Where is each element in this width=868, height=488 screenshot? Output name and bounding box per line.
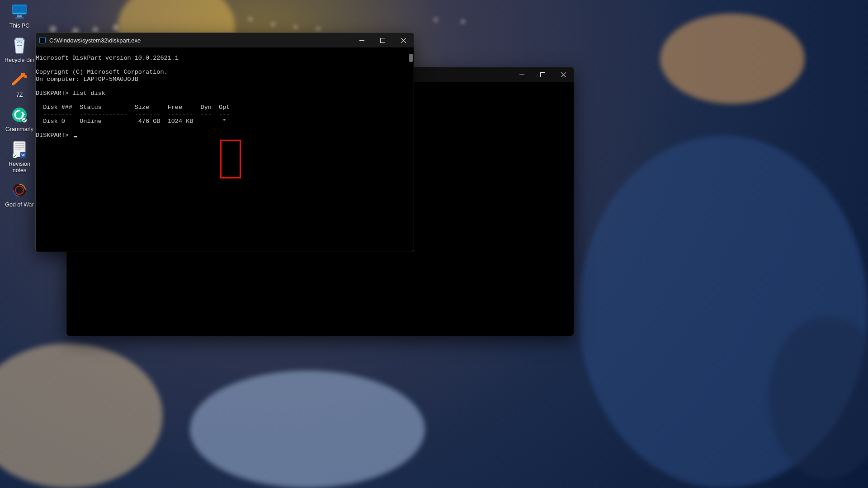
svg-rect-2 xyxy=(17,15,22,17)
grammarly-icon xyxy=(11,106,28,123)
line-computer: On computer: LAPTOP-5MA0JOJB xyxy=(36,76,138,83)
close-button[interactable] xyxy=(553,67,574,82)
desktop-icon-grammarly[interactable]: Grammarly xyxy=(2,106,37,132)
this-pc-icon xyxy=(11,3,28,20)
svg-rect-17 xyxy=(519,75,524,75)
desktop-icon-label: Recycle Bin xyxy=(5,57,34,63)
desktop-icon-this-pc[interactable]: This PC xyxy=(2,3,37,29)
terminal-body[interactable]: Microsoft DiskPart version 10.0.22621.1 … xyxy=(36,47,414,252)
svg-rect-3 xyxy=(15,17,24,19)
desktop-icons: This PC Recycle Bin 7Z Grammarly W Revis… xyxy=(2,3,37,216)
desktop-icon-label: Grammarly xyxy=(5,126,33,132)
minimize-button[interactable] xyxy=(351,33,372,47)
window-title: C:\Windows\system32\diskpart.exe xyxy=(49,37,141,44)
window-controls xyxy=(511,67,574,82)
gpt-column-highlight xyxy=(220,140,241,178)
maximize-button[interactable] xyxy=(372,33,393,47)
game-icon xyxy=(11,182,28,199)
cursor-icon xyxy=(74,136,77,137)
cmd-icon xyxy=(39,37,46,43)
window-controls xyxy=(351,33,414,47)
7z-icon xyxy=(11,72,28,89)
svg-point-15 xyxy=(13,183,26,197)
svg-rect-18 xyxy=(540,72,545,77)
desktop-icon-label: Revision notes xyxy=(2,161,37,174)
terminal-output: Microsoft DiskPart version 10.0.22621.1 … xyxy=(36,55,414,139)
svg-rect-11 xyxy=(15,149,21,150)
maximize-button[interactable] xyxy=(532,67,553,82)
desktop-icon-god-of-war[interactable]: God of War xyxy=(2,182,37,208)
svg-rect-4 xyxy=(15,38,24,40)
line-version: Microsoft DiskPart version 10.0.22621.1 xyxy=(36,55,179,61)
line-prompt: DISKPART> xyxy=(36,132,69,139)
table-header: Disk ### Status Size Free Dyn Gpt xyxy=(36,104,230,111)
minimize-button[interactable] xyxy=(511,67,532,82)
close-button[interactable] xyxy=(393,33,414,47)
svg-rect-10 xyxy=(15,147,24,148)
svg-rect-20 xyxy=(380,38,385,42)
desktop-icon-label: God of War xyxy=(5,202,33,208)
diskpart-window[interactable]: C:\Windows\system32\diskpart.exe Microso… xyxy=(35,33,414,252)
desktop-icon-7z[interactable]: 7Z xyxy=(2,72,37,98)
line-copyright: Copyright (C) Microsoft Corporation. xyxy=(36,69,168,75)
desktop-icon-label: 7Z xyxy=(16,92,23,98)
svg-rect-1 xyxy=(13,5,26,13)
desktop-icon-revision-notes[interactable]: W Revision notes xyxy=(2,141,37,174)
word-doc-icon: W xyxy=(11,141,28,158)
titlebar[interactable]: C:\Windows\system32\diskpart.exe xyxy=(36,33,414,47)
svg-rect-19 xyxy=(359,40,364,41)
line-prompt-listdisk: DISKPART> list disk xyxy=(36,90,105,97)
table-row: Disk 0 Online 476 GB 1024 KB * xyxy=(36,118,226,125)
svg-rect-9 xyxy=(15,145,24,146)
desktop-icon-recycle-bin[interactable]: Recycle Bin xyxy=(2,37,37,63)
svg-rect-8 xyxy=(15,143,24,144)
table-divider: -------- ------------- ------- ------- -… xyxy=(36,111,230,117)
recycle-bin-icon xyxy=(11,37,28,54)
desktop-icon-label: This PC xyxy=(9,23,29,29)
svg-text:W: W xyxy=(21,153,25,157)
